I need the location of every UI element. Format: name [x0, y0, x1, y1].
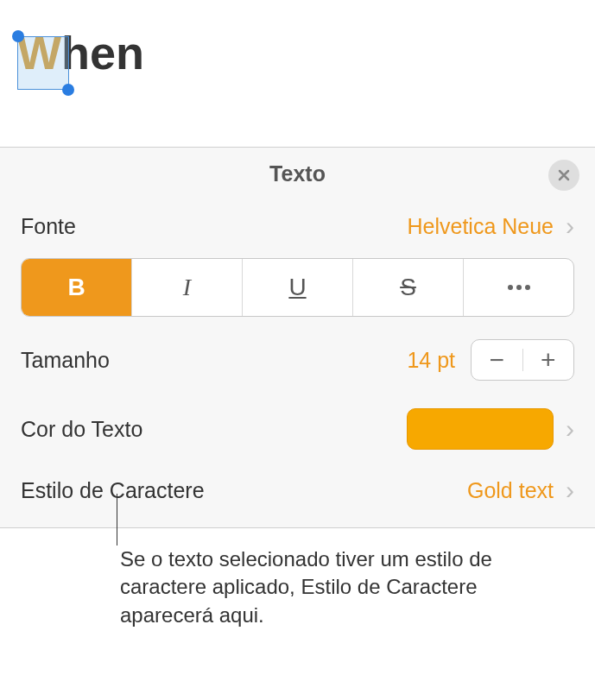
underline-button[interactable]: U: [243, 259, 353, 316]
panel-title: Texto: [269, 161, 326, 186]
text-color-row[interactable]: Cor do Texto ›: [0, 394, 595, 464]
text-preview-area: When: [0, 0, 595, 147]
more-options-button[interactable]: [464, 259, 573, 316]
character-style-value-container: Gold text ›: [467, 477, 574, 503]
size-stepper: − +: [471, 339, 574, 381]
text-color-label: Cor do Texto: [21, 417, 142, 442]
chevron-right-icon: ›: [566, 416, 574, 442]
font-value-container: Helvetica Neue ›: [407, 213, 574, 239]
strikethrough-icon: S: [400, 274, 416, 301]
character-style-value: Gold text: [467, 478, 554, 503]
text-color-value-container: ›: [407, 408, 574, 450]
underline-icon: U: [288, 274, 306, 301]
callout: Se o texto selecionado tiver um estilo d…: [0, 545, 595, 629]
callout-text: Se o texto selecionado tiver um estilo d…: [120, 545, 526, 629]
close-button[interactable]: [548, 160, 579, 191]
italic-button[interactable]: I: [132, 259, 243, 316]
selection-box: [17, 36, 69, 90]
font-row[interactable]: Fonte Helvetica Neue ›: [0, 199, 595, 253]
selection-handle-bottom[interactable]: [62, 84, 74, 96]
chevron-right-icon: ›: [566, 213, 574, 239]
preview-text[interactable]: When: [17, 26, 144, 79]
font-label: Fonte: [21, 214, 76, 239]
bold-button[interactable]: B: [22, 259, 132, 316]
italic-icon: I: [183, 274, 191, 301]
size-value: 14 pt: [407, 348, 455, 373]
character-style-row[interactable]: Estilo de Caractere Gold text ›: [0, 464, 595, 517]
character-style-label: Estilo de Caractere: [21, 478, 205, 503]
size-value-container: 14 pt − +: [407, 339, 574, 381]
panel-header: Texto: [0, 148, 595, 199]
size-increase-button[interactable]: +: [523, 340, 574, 380]
rest-letters: hen: [61, 27, 144, 79]
color-swatch[interactable]: [407, 408, 554, 450]
strikethrough-button[interactable]: S: [353, 259, 464, 316]
size-row: Tamanho 14 pt − +: [0, 325, 595, 394]
selection-handle-top[interactable]: [12, 30, 24, 42]
font-value: Helvetica Neue: [407, 214, 554, 239]
close-icon: [557, 168, 571, 182]
size-decrease-button[interactable]: −: [472, 340, 522, 380]
bold-icon: B: [67, 274, 85, 301]
more-icon: [508, 285, 530, 290]
callout-line: [117, 494, 117, 545]
chevron-right-icon: ›: [566, 477, 574, 503]
text-format-panel: Texto Fonte Helvetica Neue › B I U S: [0, 147, 595, 528]
format-button-group: B I U S: [21, 258, 574, 317]
size-label: Tamanho: [21, 348, 110, 373]
